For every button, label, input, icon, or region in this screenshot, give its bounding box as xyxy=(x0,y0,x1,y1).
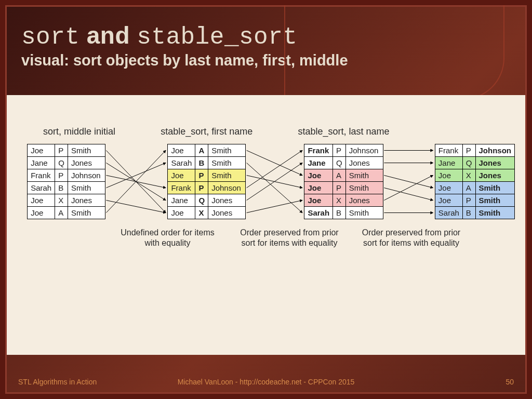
cell: Frank xyxy=(304,144,333,157)
cell: Jones xyxy=(68,157,105,169)
cell: Smith xyxy=(345,207,383,219)
footer-left: STL Algorithms in Action xyxy=(18,378,97,386)
table-row: FrankPJohnson xyxy=(28,169,105,182)
cell: Smith xyxy=(208,144,246,157)
cell: Joe xyxy=(435,182,462,194)
table-row: JaneQJones xyxy=(28,157,105,169)
table-row: FrankPJohnson xyxy=(168,182,246,194)
table-row: JoeASmith xyxy=(168,144,246,157)
cell: P xyxy=(333,182,346,194)
table-row: JoeXJones xyxy=(304,194,383,207)
cell: Joe xyxy=(168,169,195,182)
col-2-label: stable_sort, first name xyxy=(161,126,252,138)
cell: Jane xyxy=(304,157,333,169)
slide-footer: STL Algorithms in Action Michael VanLoon… xyxy=(7,371,525,392)
table-row: JaneQJones xyxy=(435,157,514,169)
svg-line-16 xyxy=(384,176,433,201)
cell: A xyxy=(55,207,68,219)
svg-line-9 xyxy=(247,151,302,188)
cell: Johnson xyxy=(345,144,383,157)
slide-content: sort, middle initial JoePSmithJaneQJones… xyxy=(7,95,525,355)
table-row: JaneQJones xyxy=(168,194,246,207)
cell: P xyxy=(462,194,475,207)
cell: B xyxy=(462,207,475,219)
col-4-spacer xyxy=(473,126,476,138)
cell: Johnson xyxy=(68,169,105,182)
table-row: JoeXJones xyxy=(435,169,514,182)
footer-page-number: 50 xyxy=(506,378,514,386)
cell: Smith xyxy=(68,182,105,194)
cell: B xyxy=(333,207,346,219)
table-1: JoePSmithJaneQJonesFrankPJohnsonSarahBSm… xyxy=(27,144,105,219)
table-row: SarahBSmith xyxy=(168,157,246,169)
cell: X xyxy=(333,194,346,207)
cell: X xyxy=(195,207,208,219)
svg-line-7 xyxy=(247,163,302,213)
cell: Jones xyxy=(345,194,383,207)
slide-frame: sort and stable_sort visual: sort object… xyxy=(5,5,527,394)
cell: Q xyxy=(333,157,346,169)
cell: Joe xyxy=(304,169,333,182)
cell: A xyxy=(462,182,475,194)
cell: Jones xyxy=(208,207,246,219)
cell: P xyxy=(333,144,346,157)
caption-3: Order preserved from prior sort for item… xyxy=(362,228,461,248)
slide-header: sort and stable_sort visual: sort object… xyxy=(7,7,525,72)
cell: P xyxy=(462,144,475,157)
cell: Johnson xyxy=(208,182,246,194)
cell: Joe xyxy=(168,207,195,219)
title-and: and xyxy=(79,22,137,49)
table-row: JoeASmith xyxy=(435,182,514,194)
cell: P xyxy=(195,169,208,182)
slide-subtitle: visual: sort objects by last name, first… xyxy=(21,52,511,69)
caption-1: Undefined order for items with equality xyxy=(118,228,217,248)
cell: Joe xyxy=(28,144,55,157)
svg-line-15 xyxy=(384,188,433,201)
cell: Joe xyxy=(304,194,333,207)
table-row: JoeASmith xyxy=(28,207,105,219)
cell: Smith xyxy=(475,207,515,219)
table-row: JoePSmith xyxy=(304,182,383,194)
cell: Johnson xyxy=(475,144,515,157)
column-1: sort, middle initial JoePSmithJaneQJones… xyxy=(17,126,115,219)
footer-center: Michael VanLoon - http://codeache.net - … xyxy=(178,378,355,386)
column-2: stable_sort, first name JoeASmithSarahBS… xyxy=(161,126,252,219)
cell: Jones xyxy=(475,157,515,169)
table-row: SarahBSmith xyxy=(435,207,514,219)
cell: Smith xyxy=(68,144,105,157)
cell: P xyxy=(55,169,68,182)
cell: Smith xyxy=(208,157,246,169)
cell: Joe xyxy=(168,144,195,157)
cell: Frank xyxy=(168,182,195,194)
table-row: JoeXJones xyxy=(168,207,246,219)
svg-line-6 xyxy=(247,151,302,176)
cell: Q xyxy=(55,157,68,169)
table-3: FrankPJohnsonJaneQJonesJoeASmithJoePSmit… xyxy=(304,144,383,219)
cell: Jones xyxy=(68,194,105,207)
table-4: FrankPJohnsonJaneQJonesJoeXJonesJoeASmit… xyxy=(435,144,515,219)
cell: P xyxy=(55,144,68,157)
cell: B xyxy=(55,182,68,194)
col-3-label: stable_sort, last name xyxy=(298,126,390,138)
cell: X xyxy=(462,169,475,182)
table-row: JoeASmith xyxy=(304,169,383,182)
cell: P xyxy=(195,182,208,194)
table-row: JoePSmith xyxy=(28,144,105,157)
cell: Smith xyxy=(345,169,383,182)
cell: Sarah xyxy=(435,207,462,219)
slide-title: sort and stable_sort xyxy=(21,21,511,51)
svg-line-10 xyxy=(247,163,302,201)
cell: Smith xyxy=(475,182,515,194)
cell: Joe xyxy=(28,194,55,207)
cell: Sarah xyxy=(168,157,195,169)
title-code-sort: sort xyxy=(21,24,79,51)
tables-row: sort, middle initial JoePSmithJaneQJones… xyxy=(17,126,515,219)
cell: Jones xyxy=(208,194,246,207)
cell: Jones xyxy=(475,169,515,182)
column-3: stable_sort, last name FrankPJohnsonJane… xyxy=(298,126,390,219)
cell: Frank xyxy=(435,144,462,157)
cell: Sarah xyxy=(304,207,333,219)
svg-line-14 xyxy=(384,176,433,188)
cell: Jane xyxy=(28,157,55,169)
cell: A xyxy=(195,144,208,157)
